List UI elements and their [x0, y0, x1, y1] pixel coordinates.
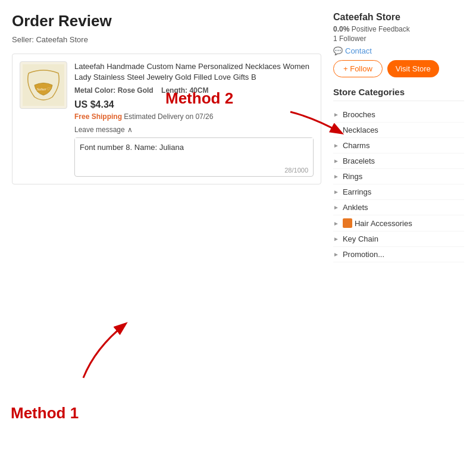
char-count: 28/1000 [284, 167, 308, 174]
metal-color-value: Rose Gold [118, 86, 154, 95]
category-necklaces[interactable]: ► Necklaces [333, 123, 464, 138]
delivery-date: Estimated Delivery on 07/26 [124, 112, 213, 121]
seller-info: Seller: Cateefah Store [12, 35, 321, 44]
feedback-label: Positive Feedback [352, 25, 410, 33]
chevron-right-icon: ► [333, 158, 339, 164]
product-name: Lateefah Handmade Custom Name Personaliz… [74, 61, 314, 83]
follower-count: 1 [333, 35, 337, 43]
category-label: Earrings [343, 187, 371, 196]
category-brooches[interactable]: ► Brooches [333, 107, 464, 123]
store-categories: Store Categories ► Brooches ► Necklaces … [333, 87, 464, 262]
chevron-right-icon: ► [333, 127, 339, 133]
category-key-chain[interactable]: ► Key Chain [333, 231, 464, 247]
chevron-up-icon: ∧ [127, 126, 133, 134]
metal-color-label: Metal Color: [74, 86, 115, 95]
category-label: Brooches [343, 110, 375, 119]
contact-button[interactable]: 💬 Contact [333, 46, 464, 55]
chat-icon: 💬 [333, 46, 343, 55]
svg-text:Saher♡: Saher♡ [37, 87, 51, 92]
store-name: Cateefah Store [333, 12, 464, 23]
categories-title: Store Categories [333, 87, 464, 101]
store-follower: 1 Follower [333, 35, 464, 43]
hair-acc-icon [343, 218, 352, 228]
product-card: Saher♡ Lateefah Handmade Custom Name Per… [12, 54, 321, 184]
store-header: Cateefah Store 0.0% Positive Feedback 1 … [333, 12, 464, 77]
category-label: Necklaces [343, 126, 378, 134]
category-list: ► Brooches ► Necklaces ► Charms ► Bracel… [333, 107, 464, 262]
category-anklets[interactable]: ► Anklets [333, 200, 464, 215]
chevron-right-icon: ► [333, 204, 339, 211]
product-details: Lateefah Handmade Custom Name Personaliz… [74, 61, 314, 177]
chevron-right-icon: ► [333, 189, 339, 195]
category-charms[interactable]: ► Charms [333, 138, 464, 154]
chevron-right-icon: ► [333, 111, 339, 118]
message-textarea[interactable]: Font number 8. Name: Juliana [75, 138, 313, 174]
category-rings[interactable]: ► Rings [333, 169, 464, 184]
method2-label: Method 2 [165, 89, 233, 107]
category-bracelets[interactable]: ► Bracelets [333, 154, 464, 169]
category-hair-accessories[interactable]: ► Hair Accessories [333, 215, 464, 231]
method2-annotation: Method 2 [165, 89, 233, 108]
method1-annotation: Method 1 [11, 404, 79, 422]
follower-label: Follower [339, 35, 366, 43]
follow-button[interactable]: + Follow [333, 60, 383, 77]
chevron-right-icon: ► [333, 173, 339, 180]
category-earrings[interactable]: ► Earrings [333, 184, 464, 200]
chevron-right-icon: ► [333, 142, 339, 149]
category-promotion[interactable]: ► Promotion... [333, 247, 464, 262]
category-label: Bracelets [343, 156, 375, 165]
category-label: Anklets [343, 203, 368, 212]
message-input-container: Font number 8. Name: Juliana 28/1000 [74, 137, 314, 177]
category-label: Rings [343, 172, 362, 181]
store-feedback: 0.0% Positive Feedback [333, 25, 464, 33]
feedback-pct: 0.0% [333, 25, 349, 33]
store-buttons: + Follow Visit Store [333, 60, 464, 77]
category-label: Charms [343, 141, 370, 150]
category-label: Hair Accessories [355, 219, 412, 228]
chevron-right-icon: ► [333, 236, 339, 242]
chevron-right-icon: ► [333, 251, 339, 258]
leave-message-label: Leave message [74, 126, 125, 134]
product-image: Saher♡ [20, 61, 67, 109]
chevron-right-icon: ► [333, 220, 339, 227]
method1-label: Method 1 [11, 404, 79, 422]
right-sidebar: Cateefah Store 0.0% Positive Feedback 1 … [333, 12, 464, 262]
category-label: Key Chain [343, 234, 378, 243]
method1-arrow [71, 312, 143, 384]
category-label: Promotion... [343, 250, 384, 259]
contact-label: Contact [345, 46, 372, 55]
visit-store-button[interactable]: Visit Store [387, 60, 439, 77]
leave-message-toggle[interactable]: Leave message ∧ [74, 126, 314, 134]
shipping-info: Free Shipping Estimated Delivery on 07/2… [74, 112, 314, 121]
page-title: Order Review [12, 12, 321, 30]
free-shipping-label: Free Shipping [74, 112, 122, 121]
